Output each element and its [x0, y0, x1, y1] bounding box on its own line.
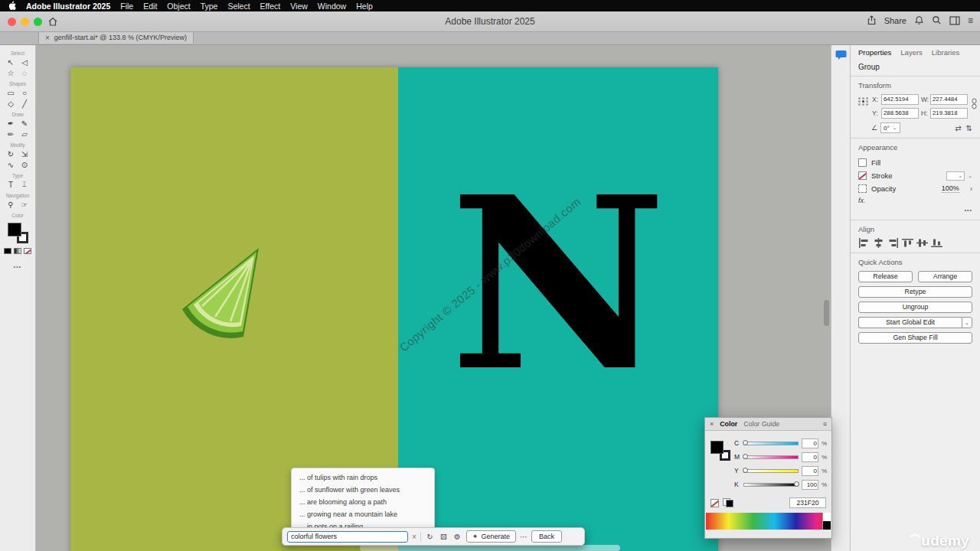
menu-edit[interactable]: Edit [143, 2, 157, 11]
global-edit-dropdown-icon[interactable]: ⌄ [962, 317, 972, 328]
genfill-prompt-input[interactable] [287, 531, 408, 543]
variations-icon[interactable]: ⚄ [439, 533, 449, 541]
align-bottom-icon[interactable] [931, 238, 942, 248]
w-input[interactable]: 227.4484 [930, 94, 968, 105]
tab-color[interactable]: Color [720, 420, 737, 428]
suggestion-item[interactable]: ... of tulips with rain drops [292, 471, 434, 484]
letter-n-graphic[interactable]: N [398, 165, 718, 403]
retype-button[interactable]: Retype [858, 286, 972, 298]
flip-horizontal-icon[interactable]: ⇄ [955, 124, 961, 132]
blend-tool[interactable]: ⊙ [18, 159, 31, 170]
gen-shape-fill-button[interactable]: Gen Shape Fill [858, 332, 972, 344]
menu-effect[interactable]: Effect [260, 2, 281, 11]
share-label[interactable]: Share [884, 16, 906, 25]
document-tab[interactable]: × genfill-start.ai* @ 133.8 % (CMYK/Prev… [38, 31, 194, 44]
fill-color-swatch[interactable] [858, 158, 867, 167]
tab-layers[interactable]: Layers [900, 48, 923, 57]
black-white-swatches[interactable] [723, 498, 733, 507]
x-input[interactable]: 642.5194 [881, 94, 919, 105]
suggestion-item[interactable]: ... growing near a mountain lake [292, 508, 434, 520]
horizontal-scrollbar[interactable] [360, 545, 620, 551]
color-fill-stroke-indicator[interactable] [710, 441, 730, 461]
lime-slice-graphic[interactable] [173, 236, 280, 343]
cyan-value[interactable]: 0 [802, 439, 818, 448]
none-mode-icon[interactable] [24, 248, 31, 254]
menu-object[interactable]: Object [167, 2, 190, 11]
reference-point-selector[interactable] [858, 97, 869, 106]
suggestion-item[interactable]: ... are blooming along a path [292, 496, 434, 508]
black-slider[interactable] [743, 483, 799, 487]
tab-color-guide[interactable]: Color Guide [743, 420, 779, 428]
zoom-tool[interactable]: ⚲ [4, 199, 18, 210]
touch-type-tool[interactable]: ⌶ [18, 179, 31, 190]
selection-tool[interactable]: ↖ [4, 57, 18, 67]
clear-prompt-icon[interactable]: × [412, 533, 416, 541]
search-icon[interactable] [932, 15, 942, 25]
none-color-swatch[interactable] [710, 499, 719, 507]
stroke-color-swatch[interactable] [858, 171, 867, 180]
color-panel-close-icon[interactable]: × [710, 420, 714, 428]
hex-value-field[interactable]: 231F20 [789, 497, 826, 508]
app-menu-icon[interactable]: ≡ [968, 16, 973, 25]
release-button[interactable]: Release [858, 271, 913, 282]
fx-button[interactable]: fx. [858, 197, 866, 204]
y-input[interactable]: 288.5638 [881, 108, 919, 119]
rectangle-tool[interactable]: ▭ [4, 87, 18, 98]
align-center-horizontal-icon[interactable] [873, 238, 884, 248]
magic-wand-tool[interactable]: ☆ [4, 67, 18, 78]
align-top-icon[interactable] [902, 238, 913, 248]
direct-selection-tool[interactable]: ◁ [18, 57, 31, 67]
vertical-scrollbar[interactable] [824, 300, 829, 326]
tab-properties[interactable]: Properties [858, 48, 891, 57]
more-tools-icon[interactable]: ••• [14, 264, 21, 269]
pencil-tool[interactable]: ✎ [18, 118, 31, 129]
scale-tool[interactable]: ⇲ [18, 148, 31, 159]
notifications-bell-icon[interactable] [914, 15, 924, 25]
generate-button[interactable]: ✦ Generate [466, 530, 516, 543]
comments-icon[interactable] [835, 50, 847, 60]
hand-tool[interactable]: ☞ [18, 199, 31, 210]
align-left-icon[interactable] [858, 238, 870, 248]
tab-close-icon[interactable]: × [45, 34, 50, 42]
fill-swatch[interactable] [8, 223, 21, 236]
back-button[interactable]: Back [531, 530, 562, 543]
more-options-icon[interactable]: ⋯ [520, 533, 528, 541]
rotation-input[interactable]: 0° ⌄ [880, 122, 900, 133]
yellow-slider[interactable] [743, 469, 799, 473]
color-mode-icon[interactable] [4, 248, 11, 254]
menu-select[interactable]: Select [227, 2, 250, 11]
stroke-weight-dropdown[interactable]: ⌄ [946, 171, 965, 181]
ungroup-button[interactable]: Ungroup [858, 302, 972, 313]
flip-vertical-icon[interactable]: ⇅ [966, 124, 972, 132]
spectrum-black-swatch[interactable] [822, 521, 831, 530]
line-tool[interactable]: ╱ [18, 98, 31, 109]
arrange-button[interactable]: Arrange [918, 271, 972, 282]
color-fill-swatch[interactable] [710, 441, 724, 454]
spectrum-white-swatch[interactable] [822, 513, 831, 521]
constrain-proportions-icon[interactable] [971, 98, 978, 109]
align-center-vertical-icon[interactable] [916, 238, 928, 248]
eraser-tool[interactable]: ▱ [18, 129, 31, 139]
fill-stroke-indicator[interactable] [8, 223, 28, 243]
polygon-tool[interactable]: ◇ [4, 98, 18, 109]
magenta-value[interactable]: 0 [802, 452, 818, 462]
tab-libraries[interactable]: Libraries [932, 48, 959, 57]
menu-help[interactable]: Help [356, 2, 373, 11]
start-global-edit-button[interactable]: Start Global Edit [858, 317, 962, 328]
yellow-value[interactable]: 0 [802, 466, 818, 476]
color-panel-menu-icon[interactable]: ≡ [823, 420, 827, 428]
menubar-app-name[interactable]: Adobe Illustrator 2025 [26, 2, 110, 11]
menu-window[interactable]: Window [318, 2, 346, 11]
width-tool[interactable]: ∿ [4, 159, 18, 170]
opacity-value[interactable]: 100% [942, 184, 959, 193]
share-icon[interactable] [867, 15, 877, 25]
apple-logo-icon[interactable] [8, 1, 16, 11]
h-input[interactable]: 219.3818 [930, 108, 968, 119]
align-right-icon[interactable] [887, 238, 899, 248]
paintbrush-tool[interactable]: ✏ [4, 129, 18, 139]
gradient-mode-icon[interactable] [14, 248, 21, 254]
stroke-options-chevron-icon[interactable]: ⌄ [968, 173, 972, 179]
cyan-slider[interactable] [743, 442, 799, 445]
settings-gear-icon[interactable]: ⚙ [452, 533, 462, 541]
opacity-panel-chevron-icon[interactable]: › [970, 184, 972, 193]
